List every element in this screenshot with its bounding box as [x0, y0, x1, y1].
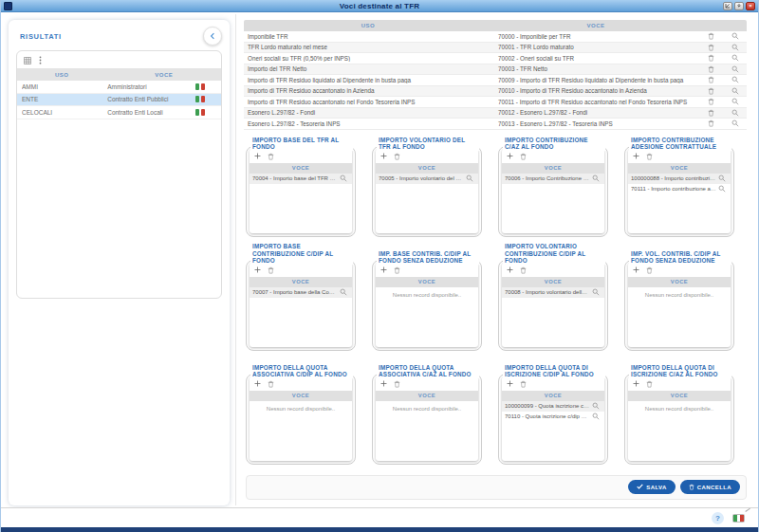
card-row[interactable]: 70008 - Importo volontario della ...	[502, 287, 604, 298]
table-row[interactable]: Importo di TFR Residuo liquidato al Dipe…	[244, 75, 747, 86]
magnifier-icon[interactable]	[590, 413, 602, 420]
italian-flag-icon[interactable]	[732, 514, 745, 523]
card-row[interactable]: 70110 - Quota iscrizione c/dip Fo...	[502, 412, 604, 422]
trash-icon[interactable]	[268, 153, 274, 160]
dialog-titlebar[interactable]: Voci destinate al TFR ×	[1, 0, 758, 12]
card-box: VOCE 70004 - Importo base del TFR da ...	[246, 146, 356, 237]
results-table-row[interactable]: ENTE Contratto Enti Pubblici	[17, 94, 221, 107]
plus-icon[interactable]	[380, 266, 387, 273]
minimize-icon[interactable]	[734, 2, 744, 10]
card-box: VOCE 70007 - Importo base della Contri..…	[246, 260, 356, 351]
trash-icon[interactable]	[699, 109, 723, 117]
table-grid-icon[interactable]	[24, 57, 31, 64]
row-uso: Oneri sociali su TFR (0,50% per INPS)	[244, 55, 492, 62]
table-row[interactable]: Esonero L.297/82 - Fondi 70012 - Esonero…	[244, 108, 747, 119]
results-table-row[interactable]: CELOCALI Contratto Enti Locali	[17, 106, 221, 119]
magnifier-icon[interactable]	[590, 288, 602, 296]
save-button[interactable]: SALVA	[628, 480, 675, 494]
magnifier-icon[interactable]	[338, 288, 349, 296]
trash-icon[interactable]	[699, 76, 723, 83]
check-icon	[637, 484, 643, 490]
magnifier-icon[interactable]	[723, 44, 747, 51]
magnifier-icon[interactable]	[723, 119, 747, 127]
magnifier-icon[interactable]	[723, 32, 747, 40]
help-icon[interactable]: ?	[712, 512, 724, 524]
table-row[interactable]: Importo di TFR Residuo accantonato nel F…	[244, 97, 747, 108]
magnifier-icon[interactable]	[464, 174, 475, 182]
plus-icon[interactable]	[254, 153, 261, 159]
table-row[interactable]: Importo del TFR Netto 70003 - TFR Netto	[244, 64, 747, 76]
trash-icon[interactable]	[699, 44, 723, 51]
card-row[interactable]: 100000088 - Importo contribuzio...	[628, 174, 731, 184]
magnifier-icon[interactable]	[590, 174, 602, 182]
trash-icon[interactable]	[520, 153, 527, 160]
column-header-voce: VOCE	[628, 277, 731, 287]
table-row[interactable]: Esonero L.297/82 - Tesoreria INPS 70013 …	[244, 119, 747, 130]
trash-icon[interactable]	[699, 87, 723, 95]
kebab-menu-icon[interactable]	[39, 56, 42, 64]
trash-icon[interactable]	[646, 380, 653, 388]
card-row[interactable]: 70007 - Importo base della Contri...	[250, 287, 352, 298]
card-box: VOCE 70008 - Importo volontario della ..…	[498, 260, 608, 351]
card-row[interactable]: 70005 - Importo volontario del TF...	[376, 174, 478, 184]
trash-icon[interactable]	[699, 65, 723, 73]
trash-icon[interactable]	[520, 266, 527, 274]
cancel-button[interactable]: CANCELLA	[680, 480, 740, 494]
table-row[interactable]: Oneri sociali su TFR (0,50% per INPS) 70…	[244, 53, 747, 64]
table-row[interactable]: Importo di TFR Residuo accantonato in Az…	[244, 86, 747, 98]
trash-icon[interactable]	[394, 380, 400, 388]
trash-icon[interactable]	[699, 54, 723, 62]
trash-icon[interactable]	[394, 153, 400, 160]
restore-icon[interactable]	[723, 2, 732, 10]
dialog-title: Voci destinate al TFR	[1, 2, 758, 10]
card-toolbar	[376, 263, 478, 277]
row-uso: AMMI	[22, 83, 107, 90]
trash-icon[interactable]	[268, 380, 274, 388]
table-row[interactable]: Imponibile TFR 70000 - Imponibile per TF…	[244, 31, 747, 43]
cancel-button-label: CANCELLA	[697, 485, 731, 490]
trash-icon[interactable]	[520, 380, 527, 388]
trash-icon[interactable]	[699, 32, 723, 40]
trash-icon[interactable]	[268, 266, 274, 274]
card-row[interactable]: 70004 - Importo base del TFR da ...	[250, 174, 352, 184]
magnifier-icon[interactable]	[723, 65, 747, 73]
plus-icon[interactable]	[633, 266, 639, 273]
card-title: IMP. BASE CONTRIB. C/DIP AL FONDO SENZA …	[377, 250, 479, 265]
table-row[interactable]: TFR Lordo maturato nel mese 70001 - TFR …	[244, 43, 747, 54]
plus-icon[interactable]	[633, 380, 639, 387]
row-voce: 70004 - Importo base del TFR da ...	[252, 175, 338, 181]
plus-icon[interactable]	[507, 266, 513, 273]
column-header-voce: VOCE	[107, 72, 221, 78]
card-row[interactable]: 70111 - Importo contribuzione ad...	[628, 184, 731, 194]
trash-icon[interactable]	[699, 98, 723, 105]
magnifier-icon[interactable]	[723, 87, 747, 95]
plus-icon[interactable]	[380, 153, 387, 159]
trash-icon[interactable]	[394, 266, 400, 274]
magnifier-icon[interactable]	[723, 98, 747, 105]
collapse-panel-button[interactable]	[203, 27, 222, 46]
plus-icon[interactable]	[254, 380, 261, 387]
trash-icon[interactable]	[646, 153, 653, 160]
status-bar: ?	[1, 507, 758, 527]
plus-icon[interactable]	[380, 380, 387, 387]
trash-icon[interactable]	[699, 119, 723, 127]
magnifier-icon[interactable]	[723, 76, 747, 83]
results-table-row[interactable]: AMMI Amministratori	[17, 81, 221, 94]
magnifier-icon[interactable]	[590, 402, 602, 410]
plus-icon[interactable]	[254, 266, 261, 273]
magnifier-icon[interactable]	[716, 185, 728, 193]
card-row[interactable]: 100000099 - Quota iscrizione c/d...	[502, 401, 604, 412]
row-voce: 70007 - Importo base della Contri...	[252, 289, 338, 295]
magnifier-icon[interactable]	[723, 109, 747, 117]
plus-icon[interactable]	[633, 153, 639, 159]
row-voce: 70001 - TFR Lordo maturato	[492, 44, 699, 50]
column-header-voce: VOCE	[376, 277, 478, 287]
magnifier-icon[interactable]	[338, 174, 349, 182]
card-row[interactable]: 70006 - Importo Contribuzione c/...	[502, 174, 604, 184]
trash-icon[interactable]	[646, 266, 653, 274]
plus-icon[interactable]	[507, 153, 513, 159]
magnifier-icon[interactable]	[716, 174, 728, 182]
plus-icon[interactable]	[507, 380, 513, 387]
close-icon[interactable]: ×	[746, 2, 755, 10]
magnifier-icon[interactable]	[723, 54, 747, 62]
